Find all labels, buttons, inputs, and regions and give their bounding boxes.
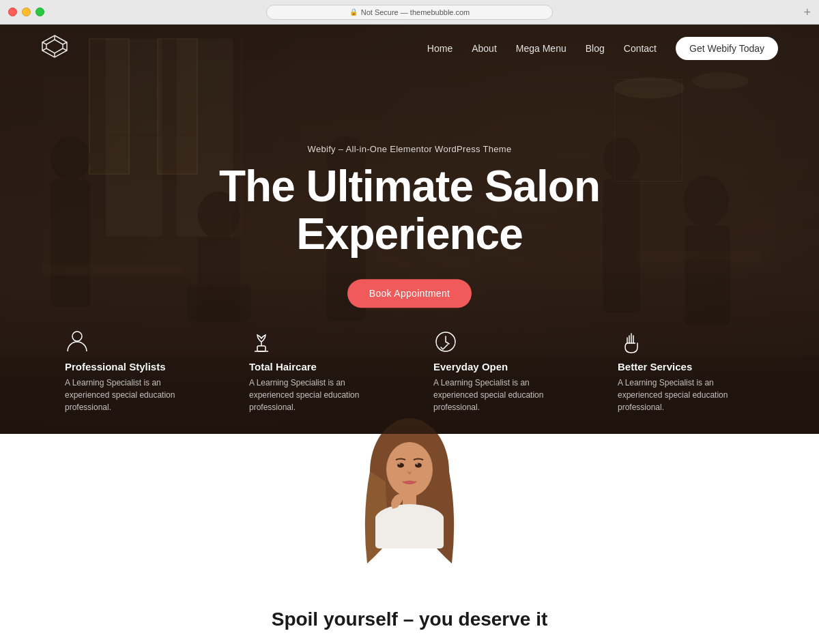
svg-point-40	[415, 463, 422, 468]
url-text: Not Secure — themebubble.com	[361, 8, 470, 16]
svg-marker-23	[46, 40, 63, 53]
feature-4-desc: A Learning Specialist is an experienced …	[618, 377, 754, 413]
svg-line-26	[42, 48, 46, 50]
nav-contact[interactable]: Contact	[624, 43, 657, 54]
hero-content: Webify – All-in-One Elementor WordPress …	[171, 144, 648, 308]
feature-2-desc: A Learning Specialist is an experienced …	[249, 377, 386, 413]
svg-point-39	[397, 463, 404, 468]
hero-title: The Ultimate Salon Experience	[171, 162, 648, 259]
logo[interactable]	[41, 34, 68, 63]
feature-everyday-open: Everyday Open A Learning Specialist is a…	[433, 330, 570, 413]
spoil-tagline: Spoil yourself – you deserve it	[272, 609, 548, 630]
feature-4-title: Better Services	[618, 361, 692, 372]
close-button[interactable]	[8, 8, 17, 16]
features-bar: Professional Stylists A Learning Special…	[0, 309, 819, 434]
nav-blog[interactable]: Blog	[586, 43, 605, 54]
model-portrait	[355, 413, 464, 570]
get-webify-button[interactable]: Get Webify Today	[676, 37, 778, 60]
navbar: Home About Mega Menu Blog Contact Get We…	[0, 25, 819, 72]
feature-3-desc: A Learning Specialist is an experienced …	[433, 377, 570, 413]
plant-icon	[249, 330, 274, 354]
feature-1-title: Professional Stylists	[65, 361, 166, 372]
svg-rect-38	[375, 514, 444, 548]
svg-point-42	[416, 463, 418, 465]
svg-rect-31	[257, 346, 265, 351]
feature-1-desc: A Learning Specialist is an experienced …	[65, 377, 201, 413]
svg-line-25	[63, 42, 67, 44]
hand-icon	[618, 330, 642, 354]
browser-chrome: 🔒 Not Secure — themebubble.com +	[0, 0, 819, 25]
new-tab-button[interactable]: +	[803, 6, 811, 18]
hero-title-line2: Experience	[296, 210, 523, 259]
model-svg	[355, 413, 464, 577]
hero-subtitle: Webify – All-in-One Elementor WordPress …	[171, 144, 648, 154]
book-appointment-button[interactable]: Book Appointment	[347, 279, 472, 308]
svg-line-27	[63, 48, 67, 50]
minimize-button[interactable]	[22, 8, 31, 16]
svg-point-35	[386, 442, 433, 497]
clock-check-icon	[433, 330, 458, 354]
address-bar[interactable]: 🔒 Not Secure — themebubble.com	[266, 5, 553, 20]
nav-mega-menu[interactable]: Mega Menu	[516, 43, 566, 54]
feature-total-haircare: Total Haircare A Learning Specialist is …	[249, 330, 386, 413]
hero-section: Home About Mega Menu Blog Contact Get We…	[0, 25, 819, 434]
feature-2-title: Total Haircare	[249, 361, 317, 372]
svg-line-24	[42, 42, 46, 44]
svg-point-30	[72, 332, 82, 341]
logo-svg	[41, 34, 68, 59]
nav-home[interactable]: Home	[427, 43, 452, 54]
nav-links: Home About Mega Menu Blog Contact Get We…	[427, 37, 778, 60]
security-icon: 🔒	[349, 8, 358, 16]
feature-better-services: Better Services A Learning Specialist is…	[618, 330, 754, 413]
svg-point-41	[399, 463, 401, 465]
maximize-button[interactable]	[35, 8, 44, 16]
feature-professional-stylists: Professional Stylists A Learning Special…	[65, 330, 201, 413]
white-section: Spoil yourself – you deserve it	[0, 434, 819, 644]
person-icon	[65, 330, 89, 354]
traffic-lights	[8, 8, 44, 16]
nav-about[interactable]: About	[472, 43, 497, 54]
hero-title-line1: The Ultimate Salon	[219, 162, 600, 211]
feature-3-title: Everyday Open	[433, 361, 508, 372]
